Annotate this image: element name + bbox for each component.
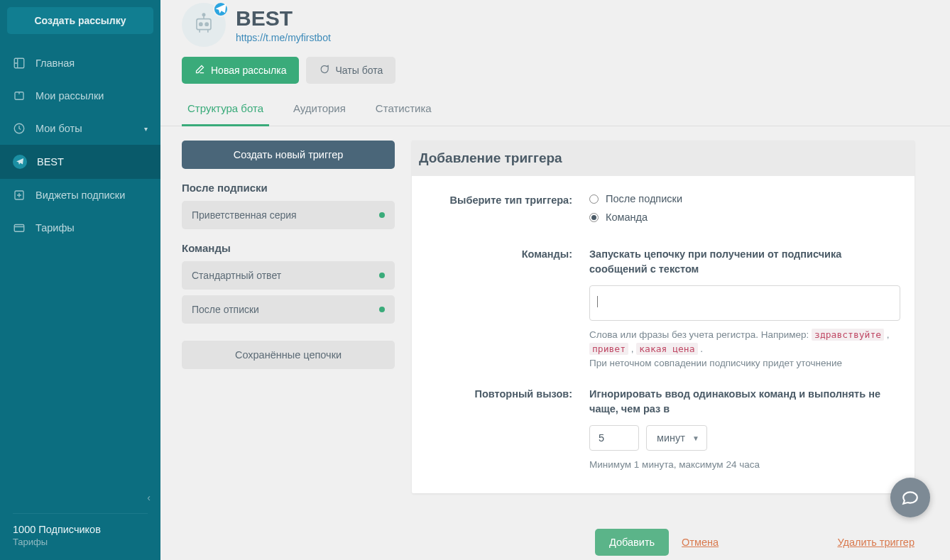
trigger-item[interactable]: Приветственная серия bbox=[182, 201, 395, 229]
bot-item-icon bbox=[13, 155, 27, 169]
svg-rect-4 bbox=[14, 225, 24, 232]
button-label: Новая рассылка bbox=[211, 65, 286, 76]
add-button[interactable]: Добавить bbox=[595, 529, 669, 556]
repeat-unit-select[interactable]: минут ▼ bbox=[646, 425, 707, 451]
trigger-item-label: Стандартный ответ bbox=[192, 270, 281, 281]
repeat-description: Игнорировать ввод одинаковых команд и вы… bbox=[589, 387, 900, 417]
nav-list: Главная Мои рассылки Мои боты ▾ BEST Вид… bbox=[0, 47, 160, 244]
delete-trigger-link[interactable]: Удалить триггер bbox=[837, 537, 914, 548]
tariffs-link[interactable]: Тарифы bbox=[13, 537, 148, 547]
bot-link[interactable]: https://t.me/myfirstbot bbox=[236, 32, 331, 43]
repeat-label: Повторный вызов: bbox=[426, 387, 589, 472]
chevron-down-icon: ▾ bbox=[144, 125, 148, 133]
edit-icon bbox=[195, 64, 205, 77]
mailings-icon bbox=[13, 89, 26, 102]
radio-icon bbox=[589, 213, 599, 222]
status-dot-icon bbox=[379, 212, 385, 218]
sidebar-item-home[interactable]: Главная bbox=[0, 47, 160, 79]
bot-chats-button[interactable]: Чаты бота bbox=[306, 57, 395, 84]
button-label: Чаты бота bbox=[335, 65, 383, 76]
sidebar-item-label: Мои рассылки bbox=[36, 90, 104, 101]
trigger-item[interactable]: После отписки bbox=[182, 295, 395, 324]
saved-chains-button[interactable]: Сохранённые цепочки bbox=[182, 341, 395, 369]
sidebar-item-widgets[interactable]: Виджеты подписки bbox=[0, 179, 160, 212]
radio-after-subscription[interactable]: После подписки bbox=[589, 193, 900, 204]
trigger-item-label: Приветственная серия bbox=[192, 209, 297, 221]
svg-point-7 bbox=[205, 23, 208, 26]
widgets-icon bbox=[13, 189, 26, 202]
tab-audience[interactable]: Аудитория bbox=[288, 94, 351, 126]
collapse-sidebar-button[interactable]: ‹ bbox=[0, 486, 160, 509]
example-code: здравствуйте bbox=[812, 329, 884, 341]
help-fab-button[interactable] bbox=[890, 478, 930, 517]
tab-stats[interactable]: Статистика bbox=[370, 94, 437, 126]
page-title: BEST bbox=[236, 6, 331, 31]
sidebar-item-mailings[interactable]: Мои рассылки bbox=[0, 79, 160, 112]
svg-point-8 bbox=[202, 13, 204, 16]
section-label-commands: Команды bbox=[182, 242, 395, 254]
create-mailing-button[interactable]: Создать рассылку bbox=[7, 7, 153, 34]
sidebar-item-label: Тарифы bbox=[36, 222, 75, 234]
radio-icon bbox=[589, 194, 599, 204]
sidebar-item-label: BEST bbox=[37, 156, 64, 168]
sidebar-item-label: Виджеты подписки bbox=[36, 190, 125, 201]
chat-icon bbox=[319, 64, 329, 77]
commands-input[interactable] bbox=[589, 285, 900, 321]
example-code: какая цена bbox=[636, 343, 697, 355]
chevron-down-icon: ▼ bbox=[692, 434, 699, 442]
create-trigger-button[interactable]: Создать новый триггер bbox=[182, 141, 395, 169]
status-dot-icon bbox=[379, 273, 385, 278]
cancel-link[interactable]: Отмена bbox=[682, 537, 719, 548]
commands-label: Команды: bbox=[426, 247, 589, 370]
trigger-type-label: Выберите тип триггера: bbox=[426, 193, 589, 230]
trigger-list-column: Создать новый триггер После подписки При… bbox=[182, 141, 395, 369]
svg-point-6 bbox=[200, 23, 202, 26]
new-mailing-button[interactable]: Новая рассылка bbox=[182, 57, 299, 84]
sidebar-item-best[interactable]: BEST bbox=[0, 145, 160, 179]
radio-label: Команда bbox=[606, 212, 648, 223]
trigger-item-label: После отписки bbox=[192, 304, 259, 315]
bots-icon bbox=[13, 122, 26, 135]
section-label-after-sub: После подписки bbox=[182, 182, 395, 194]
tab-structure[interactable]: Структура бота bbox=[182, 94, 269, 126]
actions-bar: Новая рассылка Чаты бота bbox=[160, 57, 950, 94]
repeat-value-input[interactable]: 5 bbox=[589, 425, 639, 451]
repeat-help: Минимум 1 минута, максимум 24 часа bbox=[589, 458, 900, 472]
sidebar-item-bots[interactable]: Мои боты ▾ bbox=[0, 112, 160, 145]
sidebar-item-tariffs[interactable]: Тарифы bbox=[0, 212, 160, 244]
radio-command[interactable]: Команда bbox=[589, 212, 900, 223]
home-icon bbox=[13, 57, 26, 70]
sidebar-item-label: Главная bbox=[36, 57, 75, 69]
tabs: Структура бота Аудитория Статистика bbox=[160, 94, 950, 126]
sidebar-item-label: Мои боты bbox=[36, 123, 82, 134]
example-code: привет bbox=[589, 343, 628, 355]
trigger-item[interactable]: Стандартный ответ bbox=[182, 261, 395, 290]
main: BEST https://t.me/myfirstbot Новая рассы… bbox=[160, 0, 950, 560]
trigger-form-panel: Добавление триггера Выберите тип триггер… bbox=[412, 141, 914, 493]
sidebar: Создать рассылку Главная Мои рассылки Мо… bbox=[0, 0, 160, 560]
status-dot-icon bbox=[379, 307, 385, 312]
subscribers-count: 1000 Подписчиков bbox=[13, 524, 148, 535]
select-value: минут bbox=[657, 432, 685, 444]
radio-label: После подписки bbox=[606, 193, 682, 204]
form-footer: Добавить Отмена Удалить триггер bbox=[160, 507, 950, 560]
header: BEST https://t.me/myfirstbot bbox=[160, 0, 950, 57]
commands-help: Слова или фразы без учета регистра. Напр… bbox=[589, 328, 900, 370]
commands-description: Запускать цепочку при получении от подпи… bbox=[589, 247, 900, 277]
panel-title: Добавление триггера bbox=[412, 141, 914, 176]
bot-avatar bbox=[182, 3, 226, 47]
tariffs-icon bbox=[13, 221, 26, 234]
sidebar-footer: 1000 Подписчиков Тарифы bbox=[0, 518, 160, 560]
telegram-badge-icon bbox=[213, 1, 229, 17]
